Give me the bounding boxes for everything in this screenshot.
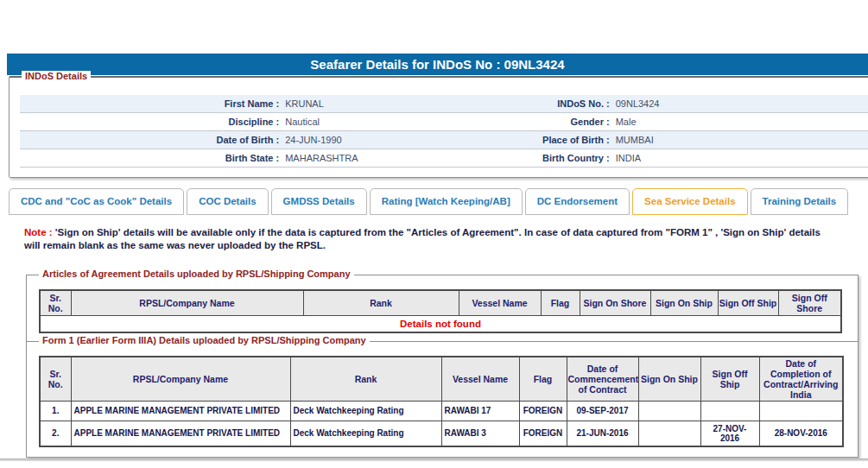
table-header-cell: Flag: [519, 357, 567, 402]
table-header-cell: RPSL/Company Name: [71, 290, 303, 316]
field-label: Date of Birth :: [20, 135, 285, 145]
tab-strip: CDC and "CoC as Cook" Details COC Detail…: [9, 188, 848, 215]
table-cell: 09-SEP-2017: [567, 401, 638, 421]
note-body: 'Sign on Ship' details will be available…: [24, 227, 820, 250]
table-header-cell: Date of Commencement of Contract: [567, 357, 638, 402]
table-header-cell: RPSL/Company Name: [71, 357, 290, 402]
empty-row-message: Details not found: [40, 315, 841, 332]
table-header-cell: Sr. No.: [40, 357, 71, 402]
table-cell: RAWABI 3: [441, 421, 519, 446]
field-label: Birth State :: [20, 153, 285, 163]
tab-gmdss-details[interactable]: GMDSS Details: [271, 188, 367, 215]
page-title: Seafarer Details for INDoS No : 09NL3424: [7, 54, 868, 75]
table-cell: 21-JUN-2016: [567, 421, 638, 446]
indos-details-rows: First Name :KRUNAL INDoS No. :09NL3424 D…: [20, 95, 868, 168]
table-cell: FOREIGN: [519, 421, 567, 446]
field-value: INDIA: [616, 153, 868, 163]
table-row: 1. APPLE MARINE MANAGEMENT PRIVATE LIMIT…: [40, 401, 843, 421]
field-label: Place of Birth :: [534, 135, 616, 145]
form1-table: Sr. No. RPSL/Company Name Rank Vessel Na…: [39, 356, 844, 447]
table-cell: APPLE MARINE MANAGEMENT PRIVATE LIMITED: [71, 401, 290, 421]
indos-row: Date of Birth :24-JUN-1990 Place of Birt…: [20, 131, 868, 149]
tab-dc-endorsement[interactable]: DC Endorsement: [525, 188, 630, 215]
table-header-cell: Sign On Ship: [650, 290, 718, 316]
tab-sea-service-details[interactable]: Sea Service Details: [632, 188, 748, 215]
field-label: INDoS No. :: [534, 98, 616, 109]
table-row: 2. APPLE MARINE MANAGEMENT PRIVATE LIMIT…: [40, 421, 843, 446]
table-header-cell: Flag: [541, 290, 580, 316]
table-cell: [638, 401, 700, 421]
table-cell: 27-NOV-2016: [700, 421, 759, 446]
indos-row: Birth State :MAHARASHTRA Birth Country :…: [20, 149, 868, 168]
form1-legend: Form 1 (Earlier Form IIIA) Details uploa…: [39, 335, 370, 345]
table-header-cell: Sign On Ship: [638, 357, 700, 402]
table-cell: 2.: [40, 421, 71, 446]
table-cell: 28-NOV-2016: [759, 421, 843, 446]
field-value: 09NL3424: [616, 98, 868, 109]
table-header-cell: Sign Off Ship: [718, 290, 778, 316]
field-label: Birth Country :: [534, 153, 616, 163]
table-cell: [700, 401, 759, 421]
field-label: Gender :: [534, 117, 616, 127]
table-header-cell: Rank: [290, 357, 441, 402]
tab-training-details[interactable]: Training Details: [751, 188, 849, 215]
articles-legend: Articles of Agreement Details uploaded b…: [39, 269, 354, 279]
table-header-cell: Sign Off Ship: [700, 357, 759, 402]
table-header-cell: Vessel Name: [441, 357, 519, 402]
tab-rating-watch-keeping-ab[interactable]: Rating [Watch Keeping/AB]: [370, 188, 523, 215]
field-value: 24-JUN-1990: [285, 135, 533, 145]
table-cell: [638, 421, 700, 446]
field-value: Nautical: [285, 117, 533, 127]
field-label: Discipline :: [20, 117, 285, 127]
table-cell: Deck Watchkeeping Rating: [290, 401, 441, 421]
table-header-cell: Date of Completion of Contract/Arriving …: [759, 357, 843, 402]
table-header-cell: Sign Off Shore: [778, 290, 841, 316]
indos-row: First Name :KRUNAL INDoS No. :09NL3424: [20, 95, 868, 113]
articles-of-agreement-fieldset: Articles of Agreement Details uploaded b…: [26, 275, 858, 342]
table-header-cell: Rank: [303, 290, 459, 316]
field-value: MUMBAI: [616, 135, 868, 145]
table-cell: Deck Watchkeeping Rating: [290, 421, 441, 446]
table-cell: APPLE MARINE MANAGEMENT PRIVATE LIMITED: [71, 421, 290, 446]
note-text: Note : 'Sign on Ship' details will be av…: [24, 226, 836, 252]
table-cell: FOREIGN: [519, 401, 567, 421]
table-header-cell: Vessel Name: [459, 290, 541, 316]
articles-table: Sr. No. RPSL/Company Name Rank Vessel Na…: [39, 289, 842, 333]
note-prefix: Note :: [24, 227, 53, 237]
table-header-cell: Sign On Shore: [580, 290, 650, 316]
table-cell: RAWABI 17: [441, 401, 519, 421]
indos-details-fieldset: INDoS Details First Name :KRUNAL INDoS N…: [9, 76, 868, 178]
field-value: KRUNAL: [285, 98, 533, 109]
tab-coc-details[interactable]: COC Details: [187, 188, 268, 215]
field-value: Male: [616, 117, 868, 127]
indos-row: Discipline :Nautical Gender :Male: [20, 113, 868, 131]
table-header-cell: Sr. No.: [40, 290, 71, 316]
table-cell: [759, 401, 843, 421]
form1-fieldset: Form 1 (Earlier Form IIIA) Details uploa…: [26, 341, 858, 458]
bottom-divider: [0, 459, 868, 461]
field-label: First Name :: [20, 98, 285, 109]
tab-cdc-coc-as-cook-details[interactable]: CDC and "CoC as Cook" Details: [9, 188, 184, 215]
table-cell: 1.: [40, 401, 71, 421]
field-value: MAHARASHTRA: [285, 153, 533, 163]
indos-details-legend: INDoS Details: [22, 71, 91, 81]
